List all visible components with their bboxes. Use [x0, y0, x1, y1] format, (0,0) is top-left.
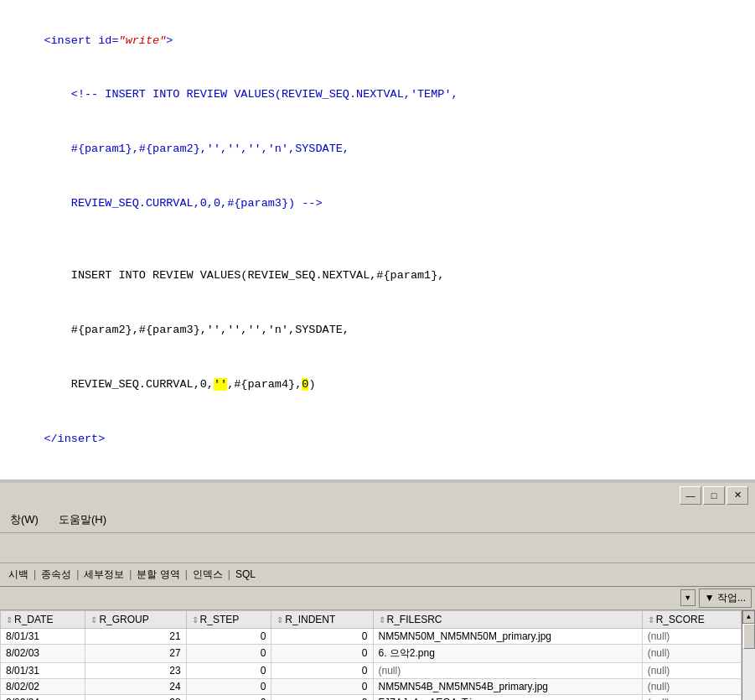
- code-editor[interactable]: <insert id="write"> <!-- INSERT INTO REV…: [0, 0, 755, 481]
- tab-details[interactable]: 세부정보: [79, 565, 129, 584]
- code-line-7: REVIEW_SEQ.CURRVAL,0,'',#{param4},0): [17, 357, 738, 412]
- grid-toolbar: ▼ ▼ 작업...: [0, 587, 755, 610]
- data-table: ⇕R_DATE ⇕R_GROUP ⇕R_STEP ⇕R_INDENT ⇕R_FI…: [0, 610, 742, 700]
- cell-r-filesrc: NM5MN54B_NM5MN54B_primary.jpg: [373, 678, 642, 694]
- col-r-filesrc[interactable]: ⇕R_FILESRC: [373, 610, 642, 628]
- cell-r-score: (null): [642, 678, 741, 694]
- vertical-scrollbar[interactable]: ▲ ▼: [742, 610, 755, 700]
- cell-r-filesrc: FJZAJx4agAEG4qT.jpg: [373, 694, 642, 700]
- maximize-button[interactable]: □: [703, 486, 725, 505]
- menu-item-window[interactable]: 창(W): [7, 511, 42, 529]
- cell-r-indent: 0: [271, 628, 373, 644]
- tab-index[interactable]: 인덱스: [188, 565, 228, 584]
- cell-r-step: 0: [186, 662, 271, 678]
- tab-sql[interactable]: SQL: [230, 566, 261, 583]
- col-r-score[interactable]: ⇕R_SCORE: [642, 610, 741, 628]
- scroll-track: [742, 624, 755, 700]
- window-chrome: — □ ✕: [0, 481, 755, 508]
- code-line-3: #{param1},#{param2},'','','','n',SYSDATE…: [17, 122, 738, 177]
- cell-r-group: 28: [85, 694, 186, 700]
- work-button[interactable]: ▼ 작업...: [699, 589, 752, 608]
- cell-r-group: 24: [85, 678, 186, 694]
- scroll-up-button[interactable]: ▲: [742, 610, 755, 624]
- cell-r-group: 27: [85, 644, 186, 662]
- menu-item-help[interactable]: 도움말(H): [55, 511, 110, 529]
- cell-r-indent: 0: [271, 678, 373, 694]
- cell-r-step: 0: [186, 628, 271, 644]
- cell-r-score: (null): [642, 694, 741, 700]
- table-row[interactable]: 8/01/312100NM5MN50M_NM5MN50M_primary.jpg…: [1, 628, 742, 644]
- table-header-row: ⇕R_DATE ⇕R_GROUP ⇕R_STEP ⇕R_INDENT ⇕R_FI…: [1, 610, 742, 628]
- cell-r-indent: 0: [271, 694, 373, 700]
- cell-r-indent: 0: [271, 662, 373, 678]
- col-r-step[interactable]: ⇕R_STEP: [186, 610, 271, 628]
- col-r-group[interactable]: ⇕R_GROUP: [85, 610, 186, 628]
- cell-r-indent: 0: [271, 644, 373, 662]
- cell-r-group: 23: [85, 662, 186, 678]
- col-r-date[interactable]: ⇕R_DATE: [1, 610, 85, 628]
- grid-container: ▼ ▼ 작업... ⇕R_DATE ⇕R_GROUP ⇕R_STEP ⇕R_IN: [0, 587, 755, 700]
- tab-partition[interactable]: 분할 영역: [132, 565, 184, 584]
- code-line-8: </insert>: [17, 412, 738, 466]
- cell-r-step: 0: [186, 644, 271, 662]
- code-line-5: INSERT INTO REVIEW VALUES(REVIEW_SEQ.NEX…: [17, 249, 738, 303]
- cell-r-filesrc: NM5MN50M_NM5MN50M_primary.jpg: [373, 628, 642, 644]
- code-line-6: #{param2},#{param3},'','','','n',SYSDATE…: [17, 303, 738, 358]
- tab-dependency[interactable]: 종속성: [36, 565, 76, 584]
- table-row[interactable]: 8/01/312300(null)(null): [1, 662, 742, 678]
- cell-r-score: (null): [642, 644, 741, 662]
- tab-bar: 시백 | 종속성 | 세부정보 | 분할 영역 | 인덱스 | SQL: [0, 563, 755, 587]
- toolbar-area: [0, 533, 755, 563]
- code-line-1: <insert id="write">: [17, 13, 738, 68]
- close-button[interactable]: ✕: [727, 486, 748, 505]
- table-row[interactable]: 8/02/0327006. 으악2.png(null): [1, 644, 742, 662]
- cell-r-date: 8/02/03: [1, 644, 85, 662]
- cell-r-step: 0: [186, 678, 271, 694]
- cell-r-filesrc: (null): [373, 662, 642, 678]
- cell-r-date: 8/01/31: [1, 628, 85, 644]
- menu-bar: 창(W) 도움말(H): [0, 508, 755, 533]
- cell-r-score: (null): [642, 662, 741, 678]
- tab-sibaek[interactable]: 시백: [3, 565, 34, 584]
- cell-r-score: (null): [642, 628, 741, 644]
- code-line-2: <!-- INSERT INTO REVIEW VALUES(REVIEW_SE…: [17, 68, 738, 122]
- cell-r-date: 8/01/31: [1, 662, 85, 678]
- table-row[interactable]: 8/02/022400NM5MN54B_NM5MN54B_primary.jpg…: [1, 678, 742, 694]
- scroll-thumb[interactable]: [743, 624, 755, 649]
- minimize-button[interactable]: —: [680, 486, 701, 505]
- dropdown-button[interactable]: ▼: [680, 589, 696, 606]
- cell-r-filesrc: 6. 으악2.png: [373, 644, 642, 662]
- cell-r-date: 8/02/04: [1, 694, 85, 700]
- cell-r-step: 0: [186, 694, 271, 700]
- cell-r-date: 8/02/02: [1, 678, 85, 694]
- table-row[interactable]: 8/02/042800FJZAJx4agAEG4qT.jpg(null): [1, 694, 742, 700]
- cell-r-group: 21: [85, 628, 186, 644]
- code-line-4: REVIEW_SEQ.CURRVAL,0,0,#{param3}) -->: [17, 176, 738, 231]
- code-line-blank: [17, 231, 738, 249]
- col-r-indent[interactable]: ⇕R_INDENT: [271, 610, 373, 628]
